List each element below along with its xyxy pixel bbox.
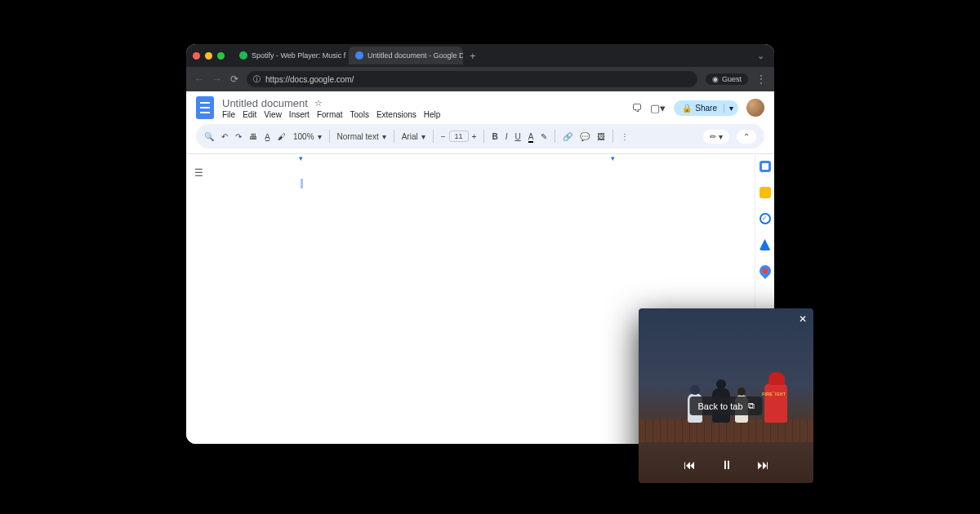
menu-bar: File Edit View Insert Format Tools Exten… xyxy=(222,110,440,119)
menu-help[interactable]: Help xyxy=(424,110,441,119)
menu-format[interactable]: Format xyxy=(317,110,343,119)
highlight-button[interactable]: ✎ xyxy=(541,132,547,141)
menu-view[interactable]: View xyxy=(264,110,282,119)
spellcheck-button[interactable]: A̲ xyxy=(265,132,270,141)
lock-icon: 🔒 xyxy=(682,104,692,113)
pause-button[interactable]: ⏸ xyxy=(720,458,733,472)
menu-file[interactable]: File xyxy=(222,110,235,119)
pip-media-controls: ⏮ ⏸ ⏭ xyxy=(639,458,813,472)
redo-button[interactable]: ↷ xyxy=(235,132,242,141)
paint-format-button[interactable]: 🖌 xyxy=(278,132,286,141)
keep-icon[interactable] xyxy=(760,187,771,198)
menu-tools[interactable]: Tools xyxy=(350,110,369,119)
kebab-menu-icon[interactable]: ⋮ xyxy=(756,73,766,85)
pip-video-frame xyxy=(639,308,813,483)
font-size-stepper[interactable]: − 11 + xyxy=(441,131,477,142)
docs-app: Untitled document ☆ File Edit View Inser… xyxy=(186,91,774,148)
tab-title: Spotify - Web Player: Music f xyxy=(252,51,345,60)
maximize-window-button[interactable] xyxy=(217,52,225,60)
menu-edit[interactable]: Edit xyxy=(243,110,256,119)
editing-mode-button[interactable]: ✏ ▾ xyxy=(703,130,729,144)
print-button[interactable]: 🖶 xyxy=(249,132,257,141)
share-dropdown-icon[interactable]: ▾ xyxy=(724,104,733,113)
font-select[interactable]: Arial▾ xyxy=(402,132,425,141)
docs-logo-icon[interactable] xyxy=(196,96,214,119)
forward-button[interactable]: → xyxy=(212,73,222,85)
tab-spotify[interactable]: Spotify - Web Player: Music f ✕ xyxy=(233,47,347,64)
url-text: https://docs.google.com/ xyxy=(265,75,354,84)
guest-icon: ◉ xyxy=(712,75,719,83)
next-track-button[interactable]: ⏭ xyxy=(757,458,769,472)
back-button[interactable]: ← xyxy=(194,73,204,85)
share-label: Share xyxy=(695,104,717,113)
spotify-favicon-icon xyxy=(239,51,247,60)
hide-menus-button[interactable]: ⌃ xyxy=(737,130,756,144)
reload-button[interactable]: ⟳ xyxy=(230,73,238,85)
minimize-window-button[interactable] xyxy=(205,52,212,60)
text-color-button[interactable]: A xyxy=(528,132,534,141)
address-bar: ← → ⟳ ⓘ https://docs.google.com/ ◉ Guest… xyxy=(186,67,774,91)
profile-label: Guest xyxy=(722,75,742,83)
font-size-value[interactable]: 11 xyxy=(449,131,469,142)
ruler[interactable]: ▾ ▾ xyxy=(186,154,758,162)
menu-insert[interactable]: Insert xyxy=(289,110,310,119)
open-in-new-icon: ⧉ xyxy=(748,401,755,411)
back-to-tab-button[interactable]: Back to tab ⧉ xyxy=(689,397,762,415)
italic-button[interactable]: I xyxy=(506,132,508,141)
formatting-toolbar: 🔍 ↶ ↷ 🖶 A̲ 🖌 100%▾ Normal text▾ Arial▾ −… xyxy=(196,124,764,148)
site-info-icon[interactable]: ⓘ xyxy=(253,74,261,85)
decrease-font-button[interactable]: − xyxy=(441,132,446,141)
maps-icon[interactable] xyxy=(757,263,773,279)
contacts-icon[interactable] xyxy=(760,239,771,250)
increase-font-button[interactable]: + xyxy=(472,132,477,141)
more-icon[interactable]: ⋮ xyxy=(621,132,629,141)
calendar-icon[interactable] xyxy=(760,161,771,172)
share-button[interactable]: 🔒 Share ▾ xyxy=(674,100,738,116)
tab-bar: Spotify - Web Player: Music f ✕ Untitled… xyxy=(186,44,774,67)
tab-google-docs[interactable]: Untitled document - Google D ✕ xyxy=(349,47,463,64)
avatar[interactable] xyxy=(746,99,764,117)
docs-title-bar: Untitled document ☆ File Edit View Inser… xyxy=(186,91,774,119)
chevron-down-icon[interactable]: ⌄ xyxy=(757,51,764,61)
star-icon[interactable]: ☆ xyxy=(314,98,323,109)
outline-toggle-icon[interactable]: ☰ xyxy=(194,167,203,179)
tab-title: Untitled document - Google D xyxy=(368,51,463,60)
pip-close-button[interactable]: ✕ xyxy=(799,313,807,325)
picture-in-picture-window[interactable]: ✕ Back to tab ⧉ ⏮ ⏸ ⏭ xyxy=(639,308,813,483)
undo-button[interactable]: ↶ xyxy=(221,132,228,141)
text-cursor xyxy=(301,179,303,188)
tasks-icon[interactable] xyxy=(760,213,771,224)
insert-link-button[interactable]: 🔗 xyxy=(563,132,572,141)
style-select[interactable]: Normal text▾ xyxy=(337,132,386,141)
url-input[interactable]: ⓘ https://docs.google.com/ xyxy=(247,71,697,87)
underline-button[interactable]: U xyxy=(514,132,520,141)
right-indent-marker-icon[interactable]: ▾ xyxy=(611,154,615,162)
document-title[interactable]: Untitled document xyxy=(222,97,308,109)
menu-extensions[interactable]: Extensions xyxy=(376,110,416,119)
left-indent-marker-icon[interactable]: ▾ xyxy=(299,154,303,162)
zoom-select[interactable]: 100%▾ xyxy=(293,132,322,141)
bold-button[interactable]: B xyxy=(492,132,497,141)
previous-track-button[interactable]: ⏮ xyxy=(684,458,696,472)
comment-history-icon[interactable]: 🗨 xyxy=(631,102,642,114)
back-to-tab-label: Back to tab xyxy=(697,401,742,411)
insert-image-button[interactable]: 🖼 xyxy=(597,132,605,141)
insert-comment-button[interactable]: 💬 xyxy=(580,132,590,141)
docs-favicon-icon xyxy=(355,51,363,60)
window-controls xyxy=(193,52,225,60)
profile-button[interactable]: ◉ Guest xyxy=(706,73,748,85)
close-window-button[interactable] xyxy=(193,52,200,60)
search-icon[interactable]: 🔍 xyxy=(204,132,214,141)
new-tab-button[interactable]: + xyxy=(470,50,476,62)
meet-icon[interactable]: ▢▾ xyxy=(650,102,666,114)
